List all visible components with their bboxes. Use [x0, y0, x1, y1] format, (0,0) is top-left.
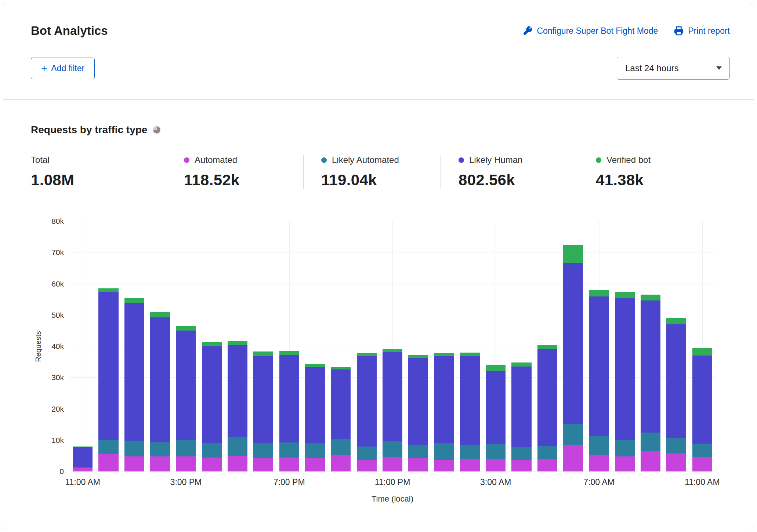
stacked-bar-18[interactable] [537, 221, 557, 471]
segment-likely-human [537, 349, 557, 446]
stacked-bar-17[interactable] [511, 221, 531, 471]
segment-verified-bot [408, 355, 428, 358]
segment-automated [279, 458, 299, 471]
bar-slot [328, 221, 354, 471]
stacked-bar-3[interactable] [150, 221, 170, 471]
stacked-bar-9[interactable] [305, 221, 325, 471]
stacked-bar-15[interactable] [460, 221, 480, 471]
bar-slot [380, 221, 405, 471]
stacked-bar-1[interactable] [98, 221, 118, 471]
bar-slot [405, 221, 431, 471]
segment-likely-human [150, 317, 170, 442]
chart-plot: 11:00 AM3:00 PM7:00 PM11:00 PM3:00 AM7:0… [70, 221, 715, 471]
stacked-bar-22[interactable] [641, 221, 660, 471]
segment-verified-bot [434, 353, 454, 356]
stacked-bar-7[interactable] [253, 221, 273, 471]
pie-chart-icon [153, 126, 161, 134]
segment-automated [460, 459, 480, 471]
stacked-bar-12[interactable] [383, 221, 402, 471]
segment-verified-bot [331, 367, 351, 369]
stacked-bar-6[interactable] [228, 221, 247, 471]
bar-slot [225, 221, 250, 471]
bar-slot [250, 221, 276, 471]
stacked-bar-23[interactable] [666, 221, 686, 471]
segment-likely-automated [383, 441, 402, 457]
bar-slot [147, 221, 173, 471]
segment-automated [176, 456, 196, 471]
x-tick-label: 11:00 PM [375, 477, 410, 487]
segment-automated [537, 459, 557, 471]
segment-likely-automated [124, 441, 144, 456]
segment-likely-automated [331, 439, 351, 455]
y-tick-label: 40k [51, 342, 64, 351]
time-range-value: Last 24 hours [625, 63, 678, 73]
segment-automated [408, 458, 428, 471]
bar-slot [199, 221, 225, 471]
segment-automated [98, 454, 118, 471]
segment-likely-human [666, 324, 686, 438]
requests-chart: Requests 010k20k30k40k50k60k70k80k 11:00… [31, 221, 715, 504]
configure-super-bot-fight-mode-link[interactable]: Configure Super Bot Fight Mode [523, 26, 658, 36]
bar-slot [689, 221, 715, 471]
y-tick-label: 70k [51, 248, 64, 257]
segment-likely-human [228, 345, 247, 437]
segment-likely-automated [357, 447, 377, 460]
stat-verified-bot: Verified bot 41.38k [578, 155, 715, 189]
stacked-bar-20[interactable] [589, 221, 609, 471]
page-title: Bot Analytics [31, 24, 108, 38]
stacked-bar-24[interactable] [692, 221, 712, 471]
add-filter-button[interactable]: + Add filter [31, 58, 95, 79]
y-tick-label: 60k [51, 280, 64, 288]
time-range-dropdown[interactable]: Last 24 hours [617, 57, 730, 80]
print-report-link[interactable]: Print report [674, 26, 730, 36]
segment-verified-bot [537, 345, 557, 349]
stacked-bar-5[interactable] [202, 221, 222, 471]
segment-likely-human [357, 356, 377, 446]
stacked-bar-21[interactable] [615, 221, 635, 471]
segment-likely-human [176, 331, 196, 440]
segment-likely-human [615, 298, 635, 440]
bar-slot [560, 221, 586, 471]
segment-likely-automated [408, 445, 428, 459]
stacked-bar-2[interactable] [124, 221, 144, 471]
segment-verified-bot [279, 351, 299, 355]
segment-likely-automated [253, 443, 273, 459]
segment-automated [73, 468, 93, 471]
segment-verified-bot [305, 364, 325, 367]
segment-verified-bot [615, 292, 635, 298]
segment-likely-automated [666, 438, 686, 454]
segment-automated [383, 457, 402, 471]
verified-bot-legend-dot [596, 157, 601, 163]
stacked-bar-16[interactable] [486, 221, 506, 471]
segment-verified-bot [641, 295, 660, 300]
stat-value: 119.04k [321, 171, 435, 189]
segment-likely-human [460, 356, 480, 445]
segment-verified-bot [228, 341, 247, 346]
bar-slot [535, 221, 560, 471]
segment-automated [124, 456, 144, 471]
stacked-bar-4[interactable] [176, 221, 196, 471]
segment-automated [486, 459, 506, 471]
stacked-bar-0[interactable] [73, 221, 93, 471]
segment-likely-automated [228, 437, 247, 456]
segment-automated [331, 455, 351, 471]
stacked-bar-19[interactable] [563, 221, 583, 471]
segment-likely-automated [615, 440, 635, 456]
segment-likely-human [641, 300, 660, 433]
stacked-bar-13[interactable] [408, 221, 428, 471]
stacked-bar-14[interactable] [434, 221, 454, 471]
bar-slot [457, 221, 483, 471]
y-tick-label: 80k [51, 217, 64, 226]
stat-label: Total [31, 155, 50, 165]
stacked-bar-10[interactable] [331, 221, 351, 471]
stat-label: Verified bot [606, 155, 651, 165]
segment-automated [615, 456, 635, 471]
stacked-bar-8[interactable] [279, 221, 299, 471]
stacked-bar-11[interactable] [357, 221, 377, 471]
y-tick-label: 0 [59, 467, 64, 476]
bar-slot [354, 221, 379, 471]
segment-verified-bot [124, 298, 144, 303]
card-body: Requests by traffic type Total 1.08M Aut… [3, 100, 754, 504]
segment-likely-automated [434, 443, 454, 460]
segment-likely-automated [98, 440, 118, 454]
